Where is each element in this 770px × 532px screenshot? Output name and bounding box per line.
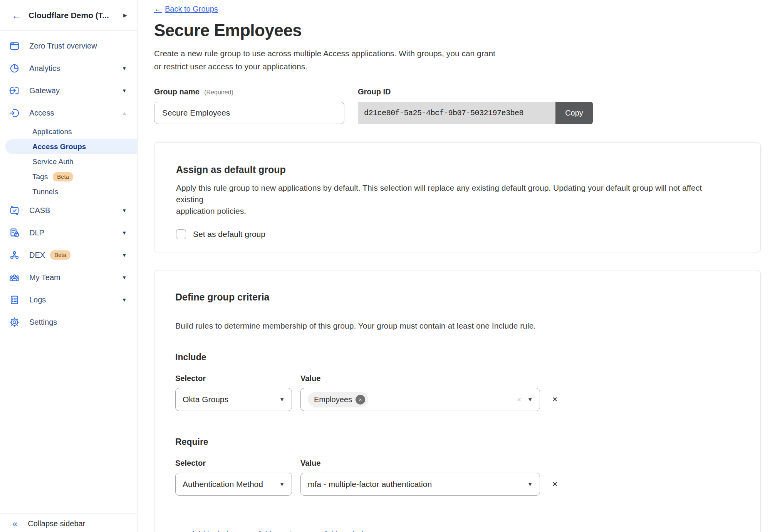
criteria-card: Define group criteria Build rules to det… bbox=[154, 270, 761, 532]
sidebar-item-access[interactable]: Access ▲ bbox=[0, 102, 137, 124]
sidebar-item-dex[interactable]: DEX Beta ▼ bbox=[0, 244, 137, 266]
chevron-down-icon: ▼ bbox=[527, 396, 533, 403]
card-title: Define group criteria bbox=[175, 292, 714, 303]
chip-remove-icon[interactable]: ✕ bbox=[356, 395, 365, 404]
chip-label: Employees bbox=[314, 395, 352, 404]
chevron-up-icon[interactable]: ▲ bbox=[122, 110, 127, 116]
sidebar-item-casb[interactable]: CASB ▼ bbox=[0, 199, 137, 222]
dex-network-icon bbox=[9, 250, 20, 261]
sidebar-item-gateway[interactable]: Gateway ▼ bbox=[0, 79, 137, 102]
selector-label: Selector bbox=[175, 374, 300, 383]
sidebar-item-label: DLP bbox=[29, 228, 44, 237]
sidebar-item-my-team[interactable]: My Team ▼ bbox=[0, 266, 137, 289]
beta-badge: Beta bbox=[50, 250, 70, 260]
chevron-down-icon[interactable]: ▼ bbox=[122, 208, 127, 213]
account-name: Cloudflare Demo (T... bbox=[29, 11, 109, 20]
sidebar-item-settings[interactable]: Settings bbox=[0, 311, 137, 333]
include-value-multiselect[interactable]: Employees ✕ ✕ ▼ bbox=[300, 388, 540, 411]
sidebar-item-applications[interactable]: Applications bbox=[0, 124, 137, 139]
chevron-down-icon[interactable]: ▼ bbox=[122, 275, 127, 280]
value-chip[interactable]: Employees ✕ bbox=[308, 392, 368, 407]
back-link-label: Back to Groups bbox=[165, 5, 218, 13]
chevron-down-icon[interactable]: ▼ bbox=[122, 230, 127, 236]
group-name-id-row: Group name (Required) Group ID d21ce80f-… bbox=[154, 87, 770, 124]
card-description: Build rules to determine membership of t… bbox=[175, 321, 714, 331]
value-label: Value bbox=[300, 459, 320, 468]
card-description: Apply this rule group to new application… bbox=[176, 182, 714, 217]
sidebar-item-service-auth[interactable]: Service Auth bbox=[0, 154, 137, 169]
include-heading: Include bbox=[175, 352, 714, 362]
caret-right-icon[interactable]: ▶ bbox=[123, 12, 127, 18]
main-content: ← Back to Groups Secure Employees Create… bbox=[138, 0, 770, 532]
page-description: Create a new rule group to use across mu… bbox=[154, 47, 770, 73]
require-selector-dropdown[interactable]: Authentication Method ▼ bbox=[175, 473, 292, 496]
chevron-down-icon[interactable]: ▼ bbox=[122, 88, 127, 94]
required-hint: (Required) bbox=[204, 89, 233, 96]
add-include-link[interactable]: + Add include bbox=[184, 529, 233, 532]
access-login-icon bbox=[9, 107, 20, 119]
browser-window-icon bbox=[9, 40, 20, 52]
require-value-dropdown[interactable]: mfa - multiple-factor authentication ▼ bbox=[300, 473, 540, 496]
beta-badge: Beta bbox=[53, 172, 73, 181]
group-id-label: Group ID bbox=[358, 87, 593, 96]
default-group-card: Assign as default group Apply this rule … bbox=[154, 142, 761, 252]
sidebar-item-label: Access bbox=[29, 109, 54, 117]
require-heading: Require bbox=[175, 437, 714, 447]
team-people-icon bbox=[9, 272, 20, 283]
selected-option: mfa - multiple-factor authentication bbox=[308, 480, 432, 489]
casb-icon bbox=[9, 205, 20, 216]
sidebar-item-label: Access Groups bbox=[32, 143, 86, 151]
remove-require-rule-button[interactable]: ✕ bbox=[552, 480, 558, 488]
selected-option: Authentication Method bbox=[183, 480, 263, 489]
copy-button[interactable]: Copy bbox=[555, 102, 593, 124]
sidebar-item-label: DEX bbox=[29, 251, 45, 260]
logs-list-icon bbox=[9, 294, 20, 305]
sidebar-item-label: Service Auth bbox=[32, 158, 74, 166]
sidebar-item-label: Applications bbox=[32, 128, 72, 136]
collapse-sidebar-button[interactable]: « Collapse sidebar bbox=[0, 513, 137, 532]
include-rule-row: Okta Groups ▼ Employees ✕ ✕ ▼ ✕ bbox=[175, 388, 714, 411]
remove-include-rule-button[interactable]: ✕ bbox=[552, 395, 558, 404]
account-switcher[interactable]: ← Cloudflare Demo (T... ▶ bbox=[0, 0, 137, 31]
chevron-down-icon[interactable]: ▼ bbox=[122, 252, 127, 258]
card-title: Assign as default group bbox=[176, 164, 714, 175]
sidebar-item-logs[interactable]: Logs ▼ bbox=[0, 289, 137, 311]
sidebar-item-access-groups[interactable]: Access Groups bbox=[5, 139, 137, 154]
group-name-label: Group name bbox=[154, 87, 200, 96]
sidebar-item-tags[interactable]: Tags Beta bbox=[0, 169, 137, 184]
sidebar-item-label: Tunnels bbox=[32, 188, 58, 196]
back-to-groups-link[interactable]: ← Back to Groups bbox=[154, 5, 218, 13]
sidebar-item-tunnels[interactable]: Tunnels bbox=[0, 184, 137, 199]
chevron-down-icon[interactable]: ▼ bbox=[122, 297, 127, 303]
sidebar-item-label: Analytics bbox=[29, 64, 60, 73]
page-title: Secure Employees bbox=[154, 20, 770, 40]
chevron-down-icon: ▼ bbox=[527, 481, 533, 487]
gateway-icon bbox=[9, 85, 20, 96]
back-arrow-icon[interactable]: ← bbox=[12, 10, 22, 20]
sidebar-item-analytics[interactable]: Analytics ▼ bbox=[0, 57, 137, 79]
selector-label: Selector bbox=[175, 459, 300, 468]
pie-chart-icon bbox=[9, 63, 20, 74]
sidebar-item-dlp[interactable]: DLP ▼ bbox=[0, 222, 137, 244]
sidebar-item-label: Tags bbox=[32, 173, 48, 181]
add-exclude-link[interactable]: + Add exclude bbox=[317, 529, 368, 532]
chevron-down-icon[interactable]: ▼ bbox=[122, 65, 127, 71]
require-rule-row: Authentication Method ▼ mfa - multiple-f… bbox=[175, 473, 714, 496]
include-selector-dropdown[interactable]: Okta Groups ▼ bbox=[175, 388, 292, 411]
sidebar-item-label: Zero Trust overview bbox=[29, 42, 97, 50]
sidebar-item-label: Settings bbox=[29, 318, 57, 327]
add-require-link[interactable]: + Add require bbox=[251, 529, 299, 532]
gear-icon bbox=[9, 317, 20, 328]
sidebar-nav: Zero Trust overview Analytics ▼ Gateway … bbox=[0, 31, 137, 333]
chevron-down-icon: ▼ bbox=[279, 396, 285, 403]
chevrons-left-icon: « bbox=[12, 519, 17, 529]
back-arrow-icon: ← bbox=[154, 5, 162, 13]
clear-icon[interactable]: ✕ bbox=[517, 396, 522, 403]
group-name-input[interactable] bbox=[154, 102, 344, 124]
default-group-checkbox[interactable] bbox=[176, 229, 186, 239]
document-lock-icon bbox=[9, 227, 20, 238]
sidebar-item-zero-trust-overview[interactable]: Zero Trust overview bbox=[0, 35, 137, 57]
selected-option: Okta Groups bbox=[183, 395, 228, 404]
value-label: Value bbox=[300, 374, 320, 383]
chevron-down-icon: ▼ bbox=[279, 481, 285, 487]
